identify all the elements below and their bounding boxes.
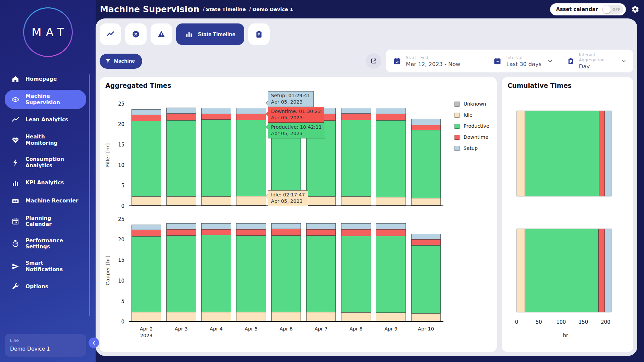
aggregation-select[interactable]: Interval Aggregation Day xyxy=(560,52,633,70)
sidebar-item-homepage[interactable]: Homepage xyxy=(5,72,86,86)
segment-setup[interactable] xyxy=(271,223,301,229)
breadcrumb-state-timeline[interactable]: State Timeline xyxy=(206,7,246,12)
segment-setup[interactable] xyxy=(605,229,611,312)
segment-idle[interactable] xyxy=(166,196,196,205)
sidebar-scrollbar[interactable] xyxy=(89,74,90,316)
segment-productive[interactable] xyxy=(341,120,371,196)
bar-apr-5[interactable] xyxy=(234,219,269,321)
asset-calendar-toggle[interactable]: Asset calendar OFF xyxy=(550,3,626,15)
bar-apr-4[interactable] xyxy=(199,219,233,321)
bar-apr-3[interactable] xyxy=(164,219,199,321)
breadcrumb-device[interactable]: Demo Device 1 xyxy=(252,7,293,12)
bar-apr-2-2023[interactable] xyxy=(129,219,164,321)
segment-setup[interactable] xyxy=(605,111,611,196)
bar-apr-10[interactable] xyxy=(409,219,443,321)
sidebar-item-planning-calendar[interactable]: Planning Calendar xyxy=(5,212,86,231)
interval-select[interactable]: Interval Last 30 days xyxy=(486,55,559,67)
segment-productive[interactable] xyxy=(341,236,371,312)
tab-stops[interactable] xyxy=(125,23,147,45)
sidebar-item-kpi-analytics[interactable]: KPI Analytics xyxy=(5,176,86,190)
segment-productive[interactable] xyxy=(376,120,406,197)
bar-apr-6[interactable] xyxy=(269,219,304,321)
settings-gear-icon[interactable] xyxy=(631,5,639,13)
segment-productive[interactable] xyxy=(166,236,196,312)
segment-idle[interactable] xyxy=(166,312,196,321)
segment-downtime[interactable] xyxy=(166,229,196,235)
bar-apr-7[interactable] xyxy=(304,219,338,321)
sidebar-item-consumption-analytics[interactable]: Consumption Analytics xyxy=(5,153,86,172)
bar-apr-8[interactable] xyxy=(338,219,373,321)
segment-idle[interactable] xyxy=(376,197,406,205)
segment-downtime[interactable] xyxy=(201,229,231,235)
segment-idle[interactable] xyxy=(236,196,266,205)
segment-downtime[interactable] xyxy=(166,114,196,120)
export-button[interactable] xyxy=(366,53,381,69)
segment-setup[interactable] xyxy=(341,223,371,229)
segment-downtime[interactable] xyxy=(236,114,266,120)
toggle-switch[interactable]: OFF xyxy=(602,5,623,14)
segment-downtime[interactable] xyxy=(236,229,266,235)
legend-item-setup[interactable]: Setup xyxy=(454,145,489,151)
segment-downtime[interactable] xyxy=(341,114,371,120)
segment-setup[interactable] xyxy=(131,225,161,230)
sidebar-item-smart-notifications[interactable]: Smart Notifications xyxy=(5,257,86,276)
segment-productive[interactable] xyxy=(411,245,441,313)
segment-productive[interactable] xyxy=(236,120,266,196)
machine-filter-button[interactable]: Machine xyxy=(100,54,142,69)
segment-productive[interactable] xyxy=(525,229,598,312)
segment-productive[interactable] xyxy=(131,236,161,312)
segment-downtime[interactable] xyxy=(201,114,231,120)
segment-downtime[interactable] xyxy=(411,125,441,130)
sidebar-item-machine-supervision[interactable]: Machine Supervision xyxy=(5,90,86,109)
segment-idle[interactable] xyxy=(341,196,371,205)
segment-productive[interactable] xyxy=(271,236,301,312)
segment-downtime[interactable] xyxy=(599,111,605,196)
segment-setup[interactable] xyxy=(341,108,371,114)
segment-downtime[interactable] xyxy=(376,229,406,236)
segment-setup[interactable] xyxy=(201,223,231,229)
segment-setup[interactable] xyxy=(411,119,441,125)
segment-idle[interactable] xyxy=(411,198,441,205)
segment-idle[interactable] xyxy=(201,312,231,321)
segment-idle[interactable] xyxy=(517,229,525,312)
segment-setup[interactable] xyxy=(376,223,406,229)
segment-downtime[interactable] xyxy=(376,114,406,120)
segment-productive[interactable] xyxy=(201,235,231,312)
legend-item-idle[interactable]: Idle xyxy=(454,112,489,118)
segment-setup[interactable] xyxy=(411,234,441,239)
tab-reports[interactable] xyxy=(248,23,270,45)
sidebar-item-options[interactable]: Options xyxy=(5,279,86,294)
bar-apr-2-2023[interactable] xyxy=(129,104,164,205)
segment-idle[interactable] xyxy=(236,312,266,321)
segment-idle[interactable] xyxy=(306,196,336,205)
segment-productive[interactable] xyxy=(411,130,441,198)
segment-downtime[interactable] xyxy=(411,239,441,245)
tab-state-timeline[interactable]: State Timeline xyxy=(176,23,244,45)
sidebar-item-lean-analytics[interactable]: Lean Analytics xyxy=(5,112,86,127)
segment-idle[interactable] xyxy=(271,312,301,321)
device-card[interactable]: Line Demo Device 1 xyxy=(5,334,86,357)
bar-apr-10[interactable] xyxy=(409,104,443,205)
segment-idle[interactable] xyxy=(306,312,336,321)
tab-trend[interactable] xyxy=(100,23,121,45)
segment-idle[interactable] xyxy=(411,313,441,321)
bar-apr-4[interactable] xyxy=(199,104,233,205)
bar-apr-5[interactable] xyxy=(234,104,269,205)
legend-item-unknown[interactable]: Unknown xyxy=(454,101,489,107)
segment-productive[interactable] xyxy=(306,236,336,312)
segment-setup[interactable] xyxy=(166,108,196,114)
bar-apr-8[interactable] xyxy=(338,104,373,205)
segment-idle[interactable] xyxy=(131,312,161,321)
segment-setup[interactable] xyxy=(166,223,196,229)
tab-alarms[interactable] xyxy=(151,23,172,45)
bar-apr-9[interactable] xyxy=(374,104,409,205)
segment-productive[interactable] xyxy=(376,236,406,313)
segment-productive[interactable] xyxy=(201,120,231,196)
segment-idle[interactable] xyxy=(517,111,525,196)
legend-item-productive[interactable]: Productive xyxy=(454,123,489,129)
segment-idle[interactable] xyxy=(201,196,231,205)
segment-setup[interactable] xyxy=(376,108,406,114)
date-range-picker[interactable]: Start - End Mar 12, 2023 - Now xyxy=(386,55,486,67)
segment-productive[interactable] xyxy=(525,111,599,196)
bar-apr-3[interactable] xyxy=(164,104,199,205)
